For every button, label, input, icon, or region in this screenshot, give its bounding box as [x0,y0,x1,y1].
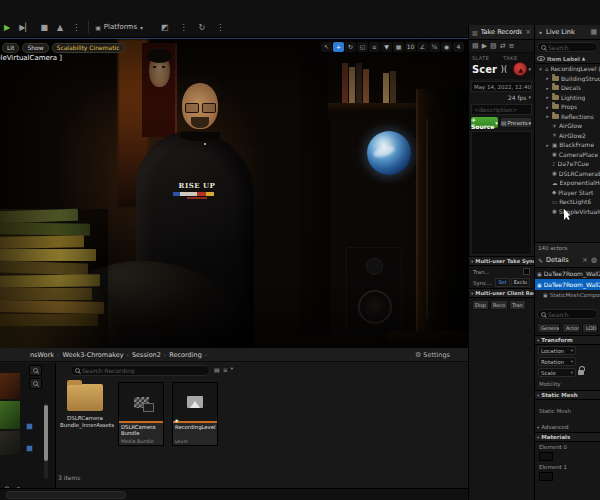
details-filter-button[interactable]: General [537,323,560,333]
world-settings-icon[interactable]: ◍ [591,256,597,264]
transform-section-header[interactable]: ▾ Transform [535,335,600,345]
description-field[interactable] [471,104,532,115]
sort-icon[interactable]: ▲ [582,56,585,61]
asset-thumbnail[interactable] [26,423,33,430]
breadcrumb-item[interactable]: nsWork [30,351,54,359]
expander-icon[interactable]: ▾ [538,66,543,72]
expander-icon[interactable]: ▸ [545,104,550,110]
asset-thumbnail[interactable] [0,401,20,429]
asset-thumbnail[interactable] [26,445,33,452]
outliner-row[interactable]: ▸BuildingStructu [535,74,600,84]
details-actor-row[interactable]: ▣ DaTee7Room_Wall2_ [535,268,600,279]
asset-thumbnail[interactable] [0,431,20,455]
skip-icon[interactable]: ▶▏ [17,22,33,33]
source-control-icon[interactable]: ↻ [197,22,208,33]
asset-search-input[interactable] [82,367,205,374]
location-dropdown[interactable]: Location▾ [538,346,576,355]
grid-view-icon[interactable]: ▦ [590,28,597,36]
browse-takes-icon[interactable]: ▧ [490,42,497,50]
grid-snap-icon[interactable]: ▦ [393,42,404,52]
details-filter-button[interactable]: Actor [562,323,580,333]
search-sources-button[interactable] [29,365,42,376]
outliner-row[interactable]: ▾⌂RecordingLevel ( [535,64,600,74]
eject-icon[interactable]: ▲ [55,22,65,33]
move-tool-icon[interactable]: + [333,42,344,52]
details-tab[interactable]: ✎ Details × ◍ [535,253,600,268]
advanced-section-header[interactable]: ▾ Advanced [535,422,600,432]
kebab-icon[interactable]: ⋮ [178,22,190,33]
surface-snap-icon[interactable]: ▼ [381,42,392,52]
viewmode-lit-button[interactable]: Lit [2,43,19,53]
set-button[interactable]: Set [495,278,509,287]
outliner-row[interactable]: ◉DSLRCameraB [535,169,600,179]
description-input[interactable] [474,106,529,113]
expander-icon[interactable]: ▸ [545,142,550,148]
expander-icon[interactable]: ▸ [545,85,550,91]
multiuser-sync-header[interactable]: ▾ Multi-user Take Synchro [469,256,534,266]
menu-icon[interactable]: ≡ [509,42,515,50]
camera-speed-value[interactable]: 4 [453,42,464,52]
console-box[interactable] [6,491,126,499]
record-button[interactable]: ▲ [513,62,527,76]
take-recorder-tab[interactable]: ▥ Take Recorder × [469,25,534,40]
presets-button[interactable]: ▤ Presets ▾ [500,117,532,128]
show-flags-button[interactable]: Show [22,43,48,53]
outliner-row[interactable]: ▸Decals [535,83,600,93]
kebab-icon[interactable]: ⋮ [214,22,226,33]
fps-dropdown[interactable]: 24 fps ▾ [469,92,534,102]
camera-speed-icon[interactable]: ◉ [441,42,452,52]
client-record-button[interactable]: Tran [509,300,526,310]
exclude-button[interactable]: Exclu [511,278,530,287]
outliner-search-input[interactable] [548,44,594,51]
outliner-row[interactable]: ▸Lighting [535,93,600,103]
outliner-row[interactable]: ☀AirGlow [535,121,600,131]
platforms-button[interactable]: ▣ Platforms ▾ [95,23,143,31]
blueprint-icon[interactable]: ◩ [159,22,171,33]
live-link-tab[interactable]: ✦ Live Link ▦ [535,25,600,40]
play-icon[interactable]: ▶ [2,22,12,33]
static-mesh-section-header[interactable]: ▾ Static Mesh [535,390,600,400]
reimport-icon[interactable]: ⇄ [500,42,506,50]
details-filter-button[interactable]: LOD [582,323,598,333]
scrollbar[interactable] [44,403,48,479]
chevron-down-icon[interactable]: ▾ [231,366,233,373]
material-thumbnail[interactable] [539,472,553,481]
select-tool-icon[interactable]: ↖ [321,42,332,52]
expander-icon[interactable]: ▸ [545,94,550,100]
asset-tile[interactable]: DSLRCamera BundleMedia Bundle [118,382,164,446]
stop-icon[interactable]: ■ [38,22,50,33]
take-value[interactable]: )( [501,65,507,74]
asset-search[interactable] [70,365,210,376]
details-instance-row[interactable]: ▣ DaTee7Room_Wall2_ (Insta [535,279,600,290]
filter-icon[interactable]: ≡ [223,366,228,373]
scale-dropdown[interactable]: Scale▾ [538,368,576,377]
expander-icon[interactable]: ▸ [545,113,550,119]
save-search-icon[interactable]: ▤ [214,366,220,373]
transact-checkbox[interactable] [523,268,530,275]
client-record-button[interactable]: Disp [472,300,489,310]
chevron-down-icon[interactable]: ▾ [528,66,531,72]
outliner-row[interactable]: ▸▣BlackFrame [535,140,600,150]
outliner-row[interactable]: ◉CameraPlace [535,150,600,160]
outliner-row[interactable]: ▸Props [535,102,600,112]
rotation-dropdown[interactable]: Rotation▾ [538,357,576,366]
client-record-button[interactable]: Reco [490,300,508,310]
grid-snap-value[interactable]: 10 [405,42,416,52]
asset-tile-folder[interactable]: DSLRCamera Bundle_InnerAssets [60,382,110,478]
settings-button[interactable]: ⚙ Settings [415,351,450,359]
kebab-icon[interactable]: ⋮ [70,22,82,33]
breadcrumb-item[interactable]: Session2 [132,351,161,359]
outliner-row[interactable]: ☀AirGlow2 [535,131,600,141]
breadcrumb-item[interactable]: Week3-Chromakey [62,351,123,359]
slate-value[interactable]: Scer [472,64,497,75]
rotate-tool-icon[interactable]: ↻ [345,42,356,52]
add-source-button[interactable]: + Source ▾ [471,117,498,128]
multiuser-client-header[interactable]: ▾ Multi-user Client Record [469,288,534,298]
details-component-row[interactable]: ▣ StaticMeshComponent [535,290,600,300]
outliner-header[interactable]: Item Label ▲ [535,54,600,64]
search-filter-button[interactable] [29,378,42,389]
asset-tile[interactable]: ★RecordingLevelLevel [172,382,218,446]
rotation-snap-icon[interactable]: ∠ [417,42,428,52]
outliner-row[interactable]: ☁ExponentialHei [535,178,600,188]
details-search-input[interactable] [548,311,594,318]
